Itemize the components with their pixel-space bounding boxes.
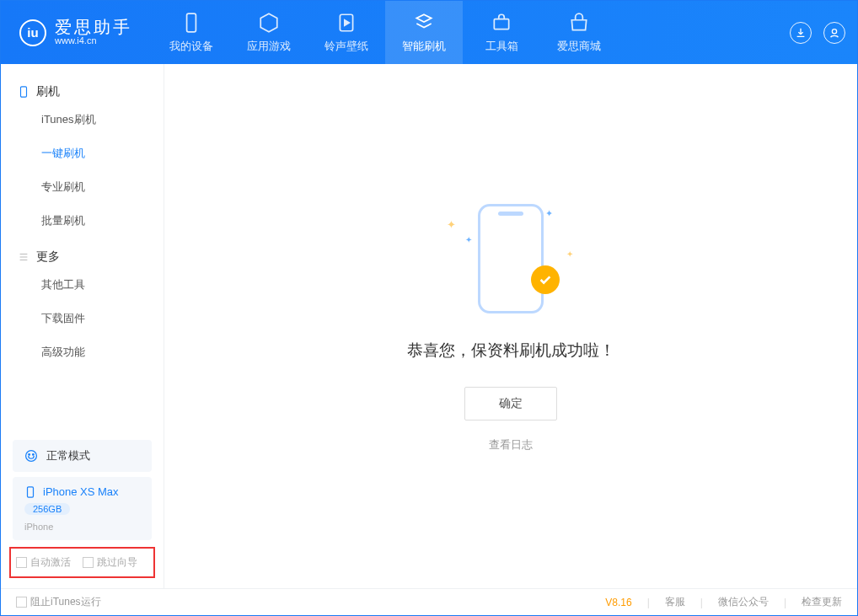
tab-my-device[interactable]: 我的设备 (153, 1, 230, 64)
footer: 阻止iTunes运行 V8.16 | 客服 | 微信公众号 | 检查更新 (1, 588, 857, 615)
tab-store[interactable]: 爱思商城 (540, 1, 618, 64)
logo-icon: iu (19, 19, 46, 46)
user-icon[interactable] (823, 22, 845, 44)
svg-point-9 (33, 454, 35, 456)
sidebar-group-flash: 刷机 (1, 72, 164, 103)
svg-point-7 (26, 451, 37, 462)
view-log-link[interactable]: 查看日志 (489, 437, 533, 453)
app-url: www.i4.cn (55, 35, 132, 46)
svg-point-5 (832, 29, 836, 33)
tab-toolbox[interactable]: 工具箱 (463, 1, 540, 64)
sidebar-item-other-tools[interactable]: 其他工具 (1, 268, 164, 302)
header: iu 爱思助手 www.i4.cn 我的设备 应用游戏 铃声壁纸 智能刷机 (1, 1, 857, 64)
sidebar: 刷机 iTunes刷机 一键刷机 专业刷机 批量刷机 更多 其他工具 下载固件 … (1, 64, 164, 588)
phone-icon (478, 204, 544, 313)
device-type: iPhone (24, 522, 140, 532)
app-name: 爱思助手 (55, 19, 132, 35)
device-capacity: 256GB (24, 503, 70, 515)
sidebar-item-advanced[interactable]: 高级功能 (1, 335, 164, 369)
footer-wechat[interactable]: 微信公众号 (718, 595, 769, 609)
svg-rect-2 (187, 13, 196, 32)
checkbox-block-itunes[interactable]: 阻止iTunes运行 (16, 595, 101, 609)
sidebar-item-download-firmware[interactable]: 下载固件 (1, 302, 164, 335)
footer-support[interactable]: 客服 (665, 595, 685, 609)
top-tabs: 我的设备 应用游戏 铃声壁纸 智能刷机 工具箱 爱思商城 (153, 1, 618, 64)
device-name: iPhone XS Max (43, 485, 119, 498)
mode-label: 正常模式 (46, 448, 90, 463)
checkbox-auto-activate[interactable]: 自动激活 (16, 555, 71, 570)
svg-rect-6 (21, 87, 27, 97)
sidebar-item-itunes-flash[interactable]: iTunes刷机 (1, 103, 164, 137)
sidebar-group-more: 更多 (1, 238, 164, 268)
tab-apps-games[interactable]: 应用游戏 (230, 1, 308, 64)
sidebar-item-pro-flash[interactable]: 专业刷机 (1, 170, 164, 204)
sidebar-item-oneclick-flash[interactable]: 一键刷机 (1, 137, 164, 170)
logo: iu 爱思助手 www.i4.cn (1, 19, 153, 46)
success-illustration: ✦✦✦✦ (443, 200, 578, 318)
svg-point-8 (29, 454, 30, 456)
tab-smart-flash[interactable]: 智能刷机 (385, 1, 463, 64)
options-box: 自动激活 跳过向导 (9, 547, 155, 578)
main-content: ✦✦✦✦ 恭喜您，保资料刷机成功啦！ 确定 查看日志 (164, 64, 857, 588)
svg-rect-4 (494, 19, 508, 29)
svg-rect-10 (28, 486, 34, 496)
download-icon[interactable] (790, 22, 812, 44)
sidebar-item-batch-flash[interactable]: 批量刷机 (1, 204, 164, 238)
ok-button[interactable]: 确定 (464, 387, 557, 420)
mode-card[interactable]: 正常模式 (13, 440, 152, 472)
tab-ringtones-wallpapers[interactable]: 铃声壁纸 (308, 1, 385, 64)
check-icon (531, 265, 560, 294)
checkbox-skip-guide[interactable]: 跳过向导 (83, 555, 137, 570)
success-message: 恭喜您，保资料刷机成功啦！ (407, 340, 615, 362)
footer-check-update[interactable]: 检查更新 (802, 595, 842, 609)
device-card[interactable]: iPhone XS Max 256GB iPhone (13, 477, 152, 540)
version-label: V8.16 (605, 597, 631, 608)
